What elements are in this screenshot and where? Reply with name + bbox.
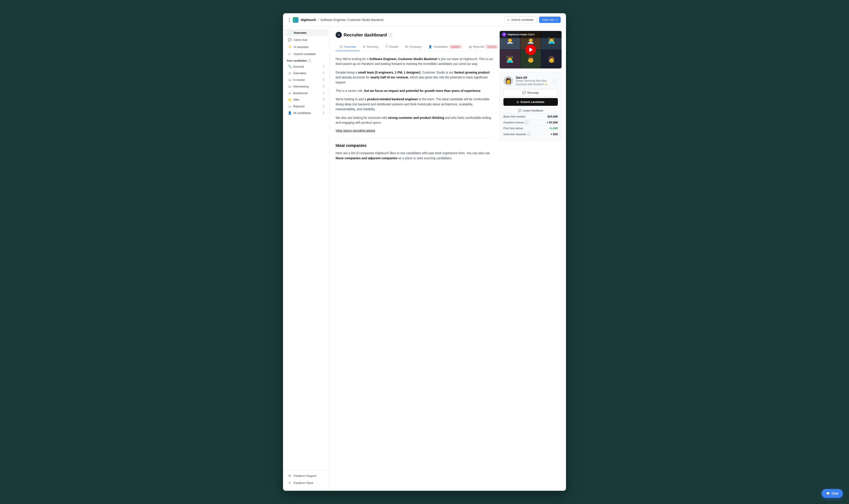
reward-row-base: Base hire reward $15,000 — [503, 113, 558, 119]
sidebar-item-sourced[interactable]: 🔍 Sourced 0 — [284, 63, 328, 70]
submit-icon: ▷ — [508, 18, 510, 21]
message-button[interactable]: 💬 Message — [503, 89, 558, 96]
sidebar-item-ai-assistant[interactable]: ✨ AI assistant — [284, 43, 328, 50]
message-icon: 💬 — [522, 91, 526, 94]
reward-value-base: $15,000 — [548, 115, 558, 118]
recruiter-info-button[interactable]: i — [553, 78, 558, 84]
app-window: ▲ ▼ Hightouch / Software Engineer, Custo… — [283, 13, 566, 491]
header-submit-candidate-button[interactable]: ▷ Submit candidate — [504, 16, 537, 23]
tab-overview[interactable]: ⬜ Overview — [335, 43, 360, 51]
sidebar-item-submitted[interactable]: 🗂 Submitted 0 — [284, 70, 328, 76]
video-avatar: J — [502, 32, 506, 37]
sidebar-item-submit-candidate[interactable]: ▷ Submit candidate — [284, 50, 328, 57]
tab-company[interactable]: ⊞ Company — [402, 43, 425, 51]
offer-count: 0 — [323, 98, 324, 101]
folder-backburner-icon: 🗂 — [288, 91, 291, 95]
sidebar-item-client-chat[interactable]: 💬 Client chat — [284, 36, 328, 43]
play-button[interactable] — [525, 44, 536, 55]
tab-details[interactable]: ⓘ Details — [382, 42, 402, 51]
sidebar-submit-label: Submit candidate — [294, 52, 316, 56]
sidebar-item-paraform-slack[interactable]: # Paraform Slack — [284, 479, 328, 486]
tab-candidates[interactable]: 👤 Candidates Updates — [425, 43, 465, 51]
ideal-companies-paragraph: Here are a list of companies Hightouch l… — [335, 151, 493, 161]
chat-button-icon: 💬 — [826, 492, 830, 495]
nav-arrows[interactable]: ▲ ▼ — [288, 17, 291, 22]
sidebar-item-all-candidates[interactable]: 👤 All candidates 0 — [284, 110, 328, 116]
candidates-badge: Updates — [449, 45, 462, 48]
view-role-label: View role — [542, 18, 554, 21]
sidebar-item-backburner[interactable]: 🗂 Backburner 0 — [284, 90, 328, 96]
sidebar-item-rejected[interactable]: 🗂 Rejected 0 — [284, 103, 328, 110]
dashboard-icon: ≡ — [335, 32, 342, 38]
person-icon: 👤 — [288, 111, 291, 115]
dashboard-info-icon: i — [389, 33, 392, 37]
recruiter-card: Sara Ali Senior Technical Recruiter Excl… — [500, 72, 561, 141]
tab-company-icon: ⊞ — [405, 45, 408, 48]
leave-feedback-button[interactable]: 💬 Leave feedback — [503, 108, 558, 113]
reward-label-base: Base hire reward — [503, 115, 525, 118]
chat-button-label: Chat — [832, 492, 838, 495]
sidebar-item-interviewing[interactable]: 🗂 Interviewing 0 — [284, 83, 328, 90]
header-actions: ▷ Submit candidate View role ↗ — [504, 16, 561, 23]
submitted-count: 0 — [323, 72, 324, 75]
chat-button[interactable]: 💬 Chat — [821, 489, 843, 498]
intro-bold-revenue: nearly half of our revenue — [370, 75, 408, 79]
feedback-icon: 💬 — [518, 109, 522, 112]
paraform-bonus-info: i — [525, 121, 529, 124]
video-label: J Hightouch Intake Call 2 — [500, 31, 561, 38]
candidates-section-title: Your candidates i — [283, 57, 329, 63]
tab-details-icon: ⓘ — [385, 44, 388, 49]
sidebar-item-in-review[interactable]: 🗂 In-review 0 — [284, 76, 328, 83]
tab-candidates-icon: 👤 — [429, 45, 432, 48]
sourced-count: 0 — [323, 65, 324, 68]
tab-sourcing-icon: ✉ — [363, 45, 365, 48]
intake-call-video[interactable]: J Hightouch Intake Call 2 👨‍💼 👩‍💼 👨‍💻 — [500, 31, 561, 69]
header-submit-label: Submit candidate — [511, 18, 533, 21]
main-layout: 📄 Overview 💬 Client chat ✨ AI assistant … — [283, 26, 566, 491]
reward-label-interview: Interview rewards i — [503, 132, 531, 136]
tab-rejected-icon: ▤ — [469, 45, 472, 48]
rejected-count: 0 — [323, 105, 324, 108]
reward-row-interview: Interview rewards i + $30 — [503, 131, 558, 137]
sidebar-item-paraform-support[interactable]: ⚙ Paraform Support — [284, 472, 328, 479]
reward-value-interview: + $30 — [551, 132, 558, 136]
sidebar-bottom: ⚙ Paraform Support # Paraform Slack — [283, 470, 329, 488]
all-candidates-count: 0 — [323, 111, 324, 114]
overview-article: Hey! We're looking for a Software Engine… — [335, 56, 493, 161]
right-panel: J Hightouch Intake Call 2 👨‍💼 👩‍💼 👨‍💻 — [500, 26, 566, 491]
folder-submitted-icon: 🗂 — [288, 71, 291, 75]
candidates-info-icon: i — [308, 59, 311, 62]
dashboard-title: Recruiter dashboard — [344, 33, 387, 38]
dashboard-header: ≡ Recruiter dashboard i — [335, 32, 493, 38]
intro-paragraph-5: We also are looking for someone with str… — [335, 115, 493, 125]
submit-nav-icon: ▷ — [288, 52, 291, 56]
view-sara-advice-link[interactable]: View Sara's recruiting advice — [335, 129, 375, 132]
intro-bold-role: Software Engineer, Customer Studio Backe… — [369, 57, 437, 61]
tab-sourcing[interactable]: ✉ Sourcing — [360, 43, 382, 51]
star-icon: ★ — [545, 83, 548, 86]
header-view-role-button[interactable]: View role ↗ — [539, 17, 561, 23]
offer-icon: ⭐ — [288, 98, 291, 101]
recruiter-badge: Exclusive with Paraform ★ — [516, 83, 550, 86]
intro-paragraph-4: We're looking to add a product-minded ba… — [335, 97, 493, 111]
sidebar-item-overview[interactable]: 📄 Overview — [284, 29, 328, 36]
tab-rejected[interactable]: ▤ Rejected Updates — [465, 43, 500, 51]
tabs-bar: ⬜ Overview ✉ Sourcing ⓘ Details ⊞ Compan… — [335, 42, 493, 51]
recruiter-details: Sara Ali Senior Technical Recruiter Excl… — [516, 76, 550, 86]
submit-candidate-button[interactable]: ▷ Submit candidate — [503, 98, 558, 106]
interviewing-count: 0 — [323, 85, 324, 88]
chat-icon: 💬 — [288, 38, 291, 41]
slack-icon: # — [288, 481, 291, 485]
ai-icon: ✨ — [288, 45, 291, 49]
interview-rewards-info: i — [527, 132, 531, 136]
recruiter-title: Senior Technical Recruiter — [516, 79, 550, 83]
sidebar-item-offer[interactable]: ⭐ Offer 0 — [284, 96, 328, 103]
intro-bold-impact: but we focus on impact and potential for… — [364, 89, 481, 92]
folder-in-review-icon: 🗂 — [288, 78, 291, 82]
file-icon: 📄 — [288, 31, 291, 34]
company-logo — [293, 17, 298, 23]
reward-value-first-hire: +1,000 — [549, 127, 558, 130]
folder-rejected-icon: 🗂 — [288, 105, 291, 108]
backburner-count: 0 — [323, 91, 324, 94]
intro-paragraph-2: Despite being a small team (3 engineers,… — [335, 70, 493, 85]
